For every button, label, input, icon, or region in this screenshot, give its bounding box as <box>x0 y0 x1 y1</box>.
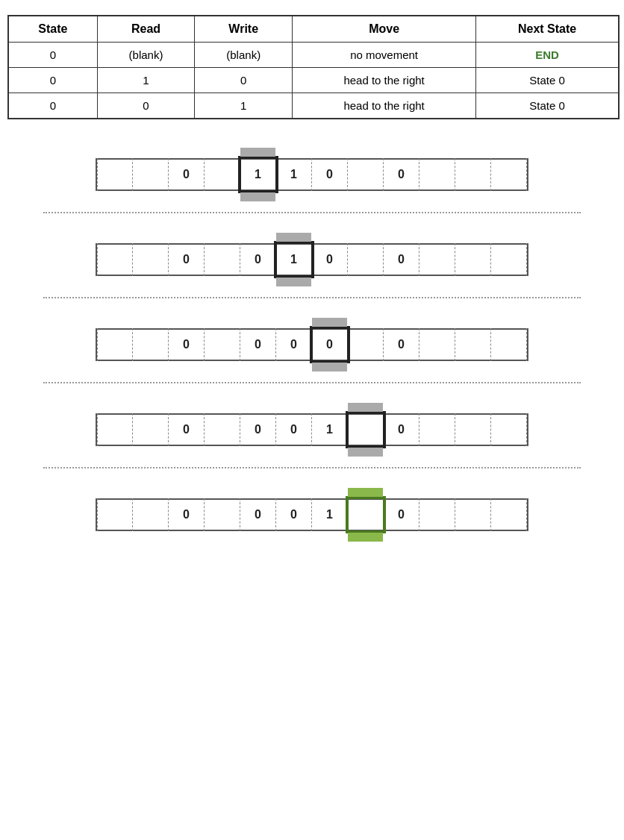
tape-cell-5-8: 0 <box>384 498 419 531</box>
table-row: 001head to the rightState 0 <box>8 93 619 119</box>
cell-write: 0 <box>195 68 293 93</box>
tape-cell-1-11 <box>491 158 527 191</box>
tape-2: 00100 <box>96 243 528 276</box>
tape-section-3: 00000 <box>7 312 617 367</box>
col-header-next-state: Next State <box>476 16 619 43</box>
tape-section-4: 00010 <box>7 397 617 452</box>
tape-cell-3-1 <box>133 328 169 361</box>
tape-wrapper-4: 00010 <box>96 407 528 452</box>
tape-5: 00010 <box>96 498 528 531</box>
tape-cell-1-5: 1 <box>276 158 312 191</box>
tape-cell-5-10 <box>455 498 491 531</box>
tape-section-2: 00100 <box>7 227 617 282</box>
cell-value-1-4: 1 <box>255 168 261 181</box>
cell-value-2-2: 0 <box>183 253 190 266</box>
table-row: 010head to the rightState 0 <box>8 68 619 93</box>
tape-cell-3-7 <box>348 328 384 361</box>
tape-cell-3-6: 0 <box>312 328 348 361</box>
cell-value-4-4: 0 <box>255 423 261 436</box>
head-bar-bottom-green <box>348 533 383 542</box>
cell-value-5-4: 0 <box>255 508 261 521</box>
cell-value-3-4: 0 <box>255 338 261 351</box>
cell-value-5-5: 0 <box>290 508 297 521</box>
cell-value-5-8: 0 <box>398 508 405 521</box>
tape-cell-1-0 <box>97 158 133 191</box>
divider-2 <box>43 297 581 298</box>
tape-cell-2-4: 0 <box>240 243 276 276</box>
tape-cell-5-3 <box>205 498 240 531</box>
tape-cell-3-10 <box>455 328 491 361</box>
cell-value-4-6: 1 <box>326 423 333 436</box>
tape-cell-4-7 <box>348 413 384 446</box>
tape-wrapper-1: 01100 <box>96 152 528 197</box>
head-bar-bottom <box>348 448 383 457</box>
head-bar-top <box>240 148 275 157</box>
cell-value-2-8: 0 <box>398 253 405 266</box>
cell-write: (blank) <box>195 43 293 68</box>
cell-move: head to the right <box>293 68 476 93</box>
tape-cell-3-5: 0 <box>276 328 312 361</box>
tape-cell-3-4: 0 <box>240 328 276 361</box>
head-bar-top <box>276 233 311 242</box>
cell-state: 0 <box>8 93 97 119</box>
tape-cell-2-11 <box>491 243 527 276</box>
tape-3: 00000 <box>96 328 528 361</box>
tape-cell-1-1 <box>133 158 169 191</box>
col-header-move: Move <box>293 16 476 43</box>
tape-cell-4-5: 0 <box>276 413 312 446</box>
cell-value-3-2: 0 <box>183 338 190 351</box>
tape-cell-2-0 <box>97 243 133 276</box>
tape-cell-4-4: 0 <box>240 413 276 446</box>
head-bar-bottom <box>240 192 275 201</box>
tape-cell-2-7 <box>348 243 384 276</box>
tape-wrapper-5: 00010 <box>96 492 528 537</box>
tape-cell-5-5: 0 <box>276 498 312 531</box>
cell-value-4-5: 0 <box>290 423 297 436</box>
tape-cell-2-5: 1 <box>276 243 312 276</box>
tape-cell-4-6: 1 <box>312 413 348 446</box>
col-header-state: State <box>8 16 97 43</box>
tape-cell-4-3 <box>205 413 240 446</box>
tape-section-5: 00010 <box>7 482 617 537</box>
tape-cell-1-9 <box>419 158 455 191</box>
tape-cell-3-3 <box>205 328 240 361</box>
tape-cell-2-8: 0 <box>384 243 419 276</box>
tape-cell-2-9 <box>419 243 455 276</box>
head-bar-top <box>348 403 383 412</box>
tape-cell-5-1 <box>133 498 169 531</box>
cell-state: 0 <box>8 68 97 93</box>
head-bar-bottom <box>312 363 347 372</box>
tape-cell-4-10 <box>455 413 491 446</box>
tape-cell-3-0 <box>97 328 133 361</box>
cell-move: head to the right <box>293 93 476 119</box>
tape-cell-5-6: 1 <box>312 498 348 531</box>
cell-next_state: State 0 <box>476 93 619 119</box>
cell-value-1-6: 0 <box>326 168 333 181</box>
tape-cell-3-8: 0 <box>384 328 419 361</box>
tapes-container: 0110000100000000001000010 <box>7 142 617 537</box>
cell-read: (blank) <box>97 43 195 68</box>
head-bar-top <box>312 318 347 327</box>
tape-cell-1-4: 1 <box>240 158 276 191</box>
col-header-write: Write <box>195 16 293 43</box>
tape-cell-2-2: 0 <box>169 243 205 276</box>
cell-value-2-5: 1 <box>290 253 297 266</box>
cell-next_state: State 0 <box>476 68 619 93</box>
cell-value-3-5: 0 <box>290 338 297 351</box>
cell-value-1-2: 0 <box>183 168 190 181</box>
cell-state: 0 <box>8 43 97 68</box>
cell-value-3-6: 0 <box>326 338 333 351</box>
tape-cell-5-9 <box>419 498 455 531</box>
tape-4: 00010 <box>96 413 528 446</box>
tape-cell-3-9 <box>419 328 455 361</box>
tape-cell-2-1 <box>133 243 169 276</box>
cell-value-1-5: 1 <box>290 168 297 181</box>
cell-write: 1 <box>195 93 293 119</box>
col-header-read: Read <box>97 16 195 43</box>
tape-cell-1-3 <box>205 158 240 191</box>
tape-wrapper-3: 00000 <box>96 322 528 367</box>
head-bar-top-green <box>348 488 383 497</box>
divider-3 <box>43 382 581 383</box>
cell-read: 0 <box>97 93 195 119</box>
head-bar-bottom <box>276 278 311 286</box>
